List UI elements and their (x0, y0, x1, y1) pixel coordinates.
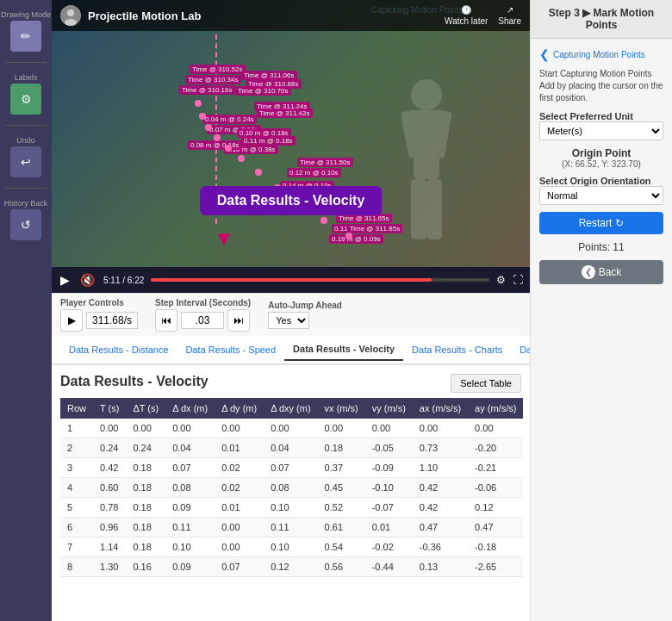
select-table-button[interactable]: Select Table (451, 374, 521, 393)
step-forward-button[interactable]: ⏭ (227, 309, 250, 332)
motion-label-16: 0.12 m @ 0.10s (287, 168, 341, 177)
table-cell: 0.09 (165, 498, 215, 518)
rp-description: Start Capturing Motion Points Add by pla… (539, 68, 663, 104)
motion-point-10 (320, 217, 327, 224)
step-back-button[interactable]: ⏮ (155, 309, 177, 332)
arrow-down-icon: ▼ (214, 228, 234, 249)
tab-speed[interactable]: Data Results - Speed (177, 339, 285, 360)
tab-pixels[interactable]: Data Results - Pixels (511, 339, 530, 360)
table-cell: 0.00 (215, 419, 264, 438)
step-interval-label: Step Interval (Seconds) (155, 298, 251, 307)
center-content: Projectile Motion Lab 🕐 Watch later ↗ Sh… (52, 0, 530, 621)
table-cell: 0.00 (318, 419, 365, 438)
table-cell: 0.78 (93, 498, 126, 518)
table-cell: 0.10 (264, 537, 317, 557)
auto-jump-select[interactable]: Yes No (268, 312, 309, 329)
sidebar-divider-3 (5, 188, 47, 189)
restart-button[interactable]: Restart ↻ (539, 212, 663, 234)
table-cell: 0.07 (264, 458, 317, 478)
table-cell: -0.02 (365, 537, 413, 557)
table-row: 30.420.180.070.020.070.37-0.091.10-0.21 (60, 458, 523, 478)
volume-button[interactable]: 🔇 (78, 271, 96, 289)
col-vx: vx (m/s) (318, 398, 365, 419)
fullscreen-icon[interactable]: ⛶ (513, 274, 523, 286)
velocity-banner: Data Results - Velocity (200, 186, 383, 215)
table-cell: 0.00 (468, 419, 523, 438)
table-cell: 0.00 (93, 419, 126, 438)
table-cell: 0.08 (165, 478, 215, 498)
step-value-input[interactable] (181, 312, 224, 329)
table-cell: 0.04 (165, 438, 215, 458)
step-header-text: Step 3 ▶ Mark Motion Points (549, 7, 654, 31)
orientation-select[interactable]: Normal Flipped (539, 186, 663, 205)
settings-icon[interactable]: ⚙ (496, 274, 506, 286)
table-cell: 0.42 (413, 478, 468, 498)
capturing-nav[interactable]: ❮ Capturing Motion Points (539, 47, 663, 61)
table-cell: 0.00 (165, 419, 215, 438)
motion-point-3 (205, 124, 212, 131)
table-cell: 0.00 (215, 537, 264, 557)
play-rate-display: 311.68/s (86, 312, 138, 329)
video-background: Projectile Motion Lab 🕐 Watch later ↗ Sh… (52, 0, 530, 267)
table-cell: -0.18 (468, 537, 523, 557)
labels-section: Labels ⚙ (0, 70, 52, 118)
undo-button[interactable]: ↩ (10, 146, 41, 177)
play-button[interactable]: ▶ (60, 309, 83, 332)
table-cell: 0.00 (215, 518, 264, 537)
tab-distance[interactable]: Data Results - Distance (60, 339, 177, 360)
motion-label-6: Time @ 310.70s (235, 86, 291, 96)
left-chevron-icon: ❮ (539, 47, 550, 61)
col-ddxy: Δ dxy (m) (264, 398, 317, 419)
table-cell: -0.09 (365, 458, 413, 478)
table-cell: 0.45 (318, 478, 365, 498)
player-controls-label: Player Controls (60, 298, 138, 307)
table-cell: 0.12 (468, 498, 523, 518)
labels-button[interactable]: ⚙ (10, 84, 41, 115)
tab-velocity[interactable]: Data Results - Velocity (284, 338, 403, 361)
watch-later-button[interactable]: 🕐 Watch later (445, 5, 488, 26)
motion-point-1 (195, 100, 202, 107)
svg-rect-7 (411, 179, 426, 239)
table-cell: -0.07 (365, 498, 413, 518)
back-button[interactable]: ❮ Back (539, 260, 663, 284)
auto-jump-controls: Yes No (268, 312, 342, 329)
motion-label-7: Time @ 311.24s (254, 102, 310, 111)
svg-point-1 (67, 9, 74, 16)
history-button[interactable]: ↺ (10, 209, 41, 240)
share-button[interactable]: ↗ Share (498, 5, 521, 26)
tabs-row: Data Results - Distance Data Results - S… (52, 336, 530, 365)
table-cell: 0.18 (126, 537, 165, 557)
back-label: Back (599, 266, 622, 278)
points-value: 11 (613, 241, 624, 253)
capturing-nav-label: Capturing Motion Points (553, 50, 645, 59)
progress-bar[interactable] (151, 278, 489, 282)
table-cell: 0.02 (215, 478, 264, 498)
table-cell: 0.04 (264, 438, 317, 458)
table-cell: 0.09 (165, 557, 215, 577)
drawing-mode-button[interactable]: ✏ (10, 21, 41, 52)
table-cell: 1.14 (93, 537, 126, 557)
table-cell: 0.01 (215, 498, 264, 518)
table-header-row: Row T (s) ΔT (s) Δ dx (m) Δ dy (m) Δ dxy… (60, 398, 523, 419)
motion-point-4 (214, 134, 221, 141)
origin-label: Origin Point (539, 147, 663, 159)
table-row: 81.300.160.090.070.120.56-0.440.13-2.65 (60, 557, 523, 577)
table-cell: 0.56 (318, 557, 365, 577)
motion-label-11: 0.10 m @ 0.18s (237, 128, 291, 138)
step-controls: ⏮ ⏭ (155, 309, 251, 332)
motion-label-21: 0.19 m @ 0.09s (329, 234, 383, 244)
motion-point-5 (225, 145, 232, 152)
table-cell: 0.10 (264, 498, 317, 518)
share-label: Share (498, 16, 521, 26)
table-cell: 0.01 (365, 518, 413, 537)
preferred-unit-label: Select Preferred Unit (539, 111, 663, 121)
table-cell: 0.42 (93, 458, 126, 478)
play-pause-button[interactable]: ▶ (59, 271, 72, 289)
table-cell: 0.18 (126, 478, 165, 498)
preferred-unit-select[interactable]: Meter(s) Feet(s) Pixel(s) (539, 121, 663, 140)
table-cell: 0.00 (126, 419, 165, 438)
origin-point-group: Origin Point (X: 66.52, Y: 323.70) (539, 147, 663, 169)
table-cell: 3 (60, 458, 93, 478)
tab-charts[interactable]: Data Results - Charts (403, 339, 511, 360)
video-title: Projectile Motion Lab (88, 9, 201, 22)
